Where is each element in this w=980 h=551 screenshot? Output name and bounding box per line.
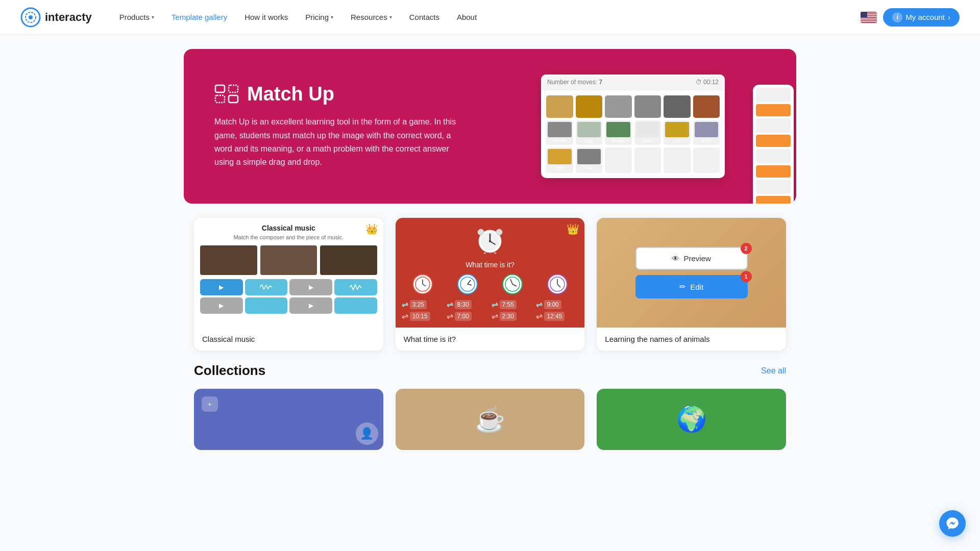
animal-grid-mockup: Whale Dog Snake Fox Lion Bird bbox=[541, 90, 725, 178]
hero-description: Match Up is an excellent learning tool i… bbox=[214, 115, 459, 169]
template-card-time[interactable]: What time is it? bbox=[396, 218, 585, 350]
time-label: What time is it? bbox=[396, 328, 585, 350]
arrow-icon-2: ⇌ bbox=[447, 299, 453, 309]
see-all-link[interactable]: See all bbox=[761, 366, 786, 375]
composer-2 bbox=[260, 245, 317, 275]
timer: ⏱ 00:12 bbox=[696, 79, 719, 86]
audio-wave-3 bbox=[245, 297, 288, 314]
logo[interactable]: interacty bbox=[20, 7, 92, 28]
play-icon-3: ▶ bbox=[219, 302, 224, 309]
svg-point-19 bbox=[489, 240, 491, 242]
nav-contacts[interactable]: Contacts bbox=[402, 9, 447, 26]
svg-line-28 bbox=[468, 280, 471, 284]
time-opt-3: ⇌ 7:55 bbox=[492, 299, 534, 309]
collections-header: Collections See all bbox=[194, 363, 786, 379]
edit-btn-wrap: ✏ Edit 1 bbox=[635, 275, 748, 298]
svg-line-31 bbox=[510, 279, 512, 284]
arrow-icon-5: ⇌ bbox=[402, 311, 408, 321]
svg-rect-12 bbox=[215, 95, 225, 103]
time-opt-6: ⇌ 7:00 bbox=[447, 311, 489, 321]
collection-avatar: 👤 bbox=[356, 422, 378, 445]
clocks-grid bbox=[402, 274, 579, 295]
svg-rect-13 bbox=[229, 85, 238, 92]
language-flag[interactable] bbox=[861, 12, 877, 23]
logo-icon bbox=[20, 7, 41, 28]
clock-cell-2 bbox=[447, 274, 489, 295]
edit-button[interactable]: ✏ Edit bbox=[635, 275, 748, 298]
animals-thumb: 👁 Preview 2 ✏ Edit 1 bbox=[597, 218, 786, 328]
audio-btn-2[interactable]: ▶ bbox=[289, 279, 332, 295]
hero-title-wrap: Match Up bbox=[214, 83, 459, 105]
collection-3-content: 🌍 bbox=[597, 389, 786, 450]
svg-line-23 bbox=[494, 253, 496, 254]
pencil-icon: ✏ bbox=[679, 282, 686, 291]
templates-section: Classical music Match the composer and t… bbox=[184, 218, 796, 470]
arrow-icon-3: ⇌ bbox=[492, 299, 498, 309]
nav-pricing[interactable]: Pricing ▾ bbox=[298, 9, 340, 26]
audio-btn-4[interactable]: ▶ bbox=[289, 297, 332, 314]
nav-products[interactable]: Products ▾ bbox=[112, 9, 161, 26]
collection-badge-1: + bbox=[202, 396, 218, 412]
collection-card-3[interactable]: 🌍 bbox=[597, 389, 786, 450]
svg-rect-9 bbox=[861, 21, 877, 22]
navbar: interacty Products ▾ Template gallery Ho… bbox=[0, 0, 980, 35]
time-opt-1: ⇌ 3:25 bbox=[402, 299, 444, 309]
person-icon: 👤 bbox=[360, 427, 374, 440]
classical-composers bbox=[200, 245, 377, 275]
animals-label: Learning the names of animals bbox=[597, 328, 786, 350]
chevron-down-icon-2: ▾ bbox=[331, 14, 333, 20]
hero-mockup-image: Number of moves: 7 ⏱ 00:12 Whale bbox=[541, 74, 766, 178]
hero-title: Match Up bbox=[247, 83, 334, 105]
chevron-right-icon: › bbox=[948, 13, 950, 21]
classical-card-title: Classical music bbox=[200, 224, 377, 232]
time-opt-5: ⇌ 10:15 bbox=[402, 311, 444, 321]
svg-rect-11 bbox=[215, 85, 225, 92]
collection-card-2[interactable]: ☕ bbox=[396, 389, 585, 450]
svg-rect-10 bbox=[861, 12, 867, 18]
laptop-frame: Number of moves: 7 ⏱ 00:12 Whale bbox=[541, 74, 725, 178]
preview-badge: 2 bbox=[741, 243, 752, 254]
animals-bg: 👁 Preview 2 ✏ Edit 1 bbox=[597, 218, 786, 328]
coffee-icon: ☕ bbox=[475, 405, 505, 434]
my-account-button[interactable]: i My account › bbox=[883, 8, 960, 27]
template-card-animals[interactable]: 👁 Preview 2 ✏ Edit 1 bbox=[597, 218, 786, 350]
audio-wave-4 bbox=[334, 297, 377, 314]
audio-wave-1 bbox=[245, 279, 288, 295]
play-icon-2: ▶ bbox=[309, 284, 313, 291]
logo-text: interacty bbox=[45, 11, 92, 24]
time-opt-7: ⇌ 2:30 bbox=[492, 311, 534, 321]
nav-resources[interactable]: Resources ▾ bbox=[344, 9, 399, 26]
collection-card-1[interactable]: 👤 + bbox=[194, 389, 383, 450]
nav-right: i My account › bbox=[861, 8, 960, 27]
composer-3 bbox=[320, 245, 377, 275]
preview-button[interactable]: 👁 Preview bbox=[635, 247, 748, 270]
play-icon-4: ▶ bbox=[309, 302, 313, 309]
crown-icon-time: 👑 bbox=[567, 223, 579, 235]
nav-template-gallery[interactable]: Template gallery bbox=[164, 9, 234, 26]
collections-title: Collections bbox=[194, 363, 265, 379]
composer-1 bbox=[200, 245, 257, 275]
audio-btn-1[interactable]: ▶ bbox=[200, 279, 243, 295]
time-opt-8: ⇌ 12:45 bbox=[536, 311, 578, 321]
nav-how-it-works[interactable]: How it works bbox=[237, 9, 295, 26]
arrow-icon-6: ⇌ bbox=[447, 311, 453, 321]
arrow-icon-7: ⇌ bbox=[492, 311, 498, 321]
info-icon: i bbox=[892, 12, 902, 22]
audio-wave-2 bbox=[334, 279, 377, 295]
classical-label: Classical music bbox=[194, 328, 383, 350]
svg-point-20 bbox=[478, 229, 484, 235]
nav-links: Products ▾ Template gallery How it works… bbox=[112, 9, 861, 26]
audio-btn-3[interactable]: ▶ bbox=[200, 297, 243, 314]
classical-card-sub: Match the composer and the piece of musi… bbox=[200, 234, 377, 240]
classical-thumb: Classical music Match the composer and t… bbox=[194, 218, 383, 328]
moves-label: Number of moves: 7 bbox=[547, 79, 602, 86]
preview-btn-wrap: 👁 Preview 2 bbox=[635, 247, 748, 270]
templates-grid: Classical music Match the composer and t… bbox=[194, 218, 786, 350]
time-options-2: ⇌ 10:15 ⇌ 7:00 ⇌ 2:30 ⇌ 12:45 bbox=[402, 311, 579, 321]
svg-line-26 bbox=[423, 284, 426, 286]
hero-banner: Match Up Match Up is an excellent learni… bbox=[184, 49, 796, 204]
template-card-classical[interactable]: Classical music Match the composer and t… bbox=[194, 218, 383, 350]
time-question-text: What time is it? bbox=[402, 261, 579, 269]
chevron-down-icon-3: ▾ bbox=[389, 14, 392, 20]
nav-about[interactable]: About bbox=[450, 9, 484, 26]
